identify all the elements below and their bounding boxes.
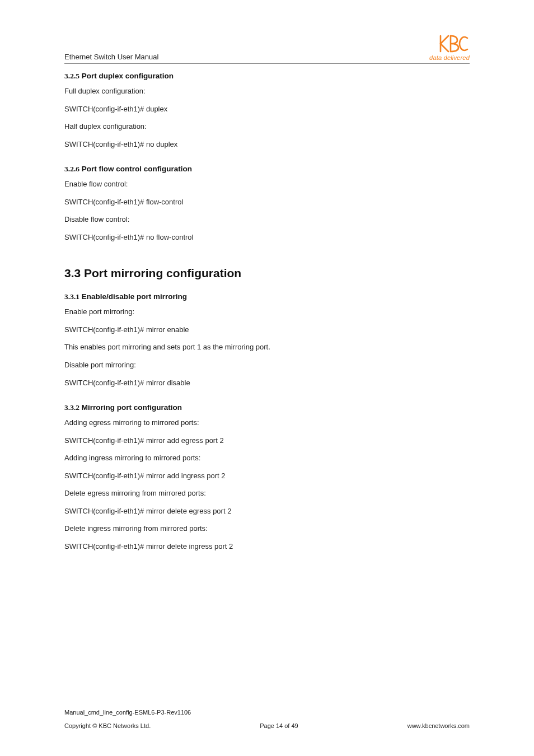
header-title: Ethernet Switch User Manual [64, 53, 158, 61]
body-text: SWITCH(config-if-eth1)# mirror delete in… [64, 542, 470, 552]
logo-block: data delivered [429, 34, 470, 61]
body-text: Adding egress mirroring to mirrored port… [64, 418, 470, 428]
body-text: Enable flow control: [64, 179, 470, 189]
body-text: Disable flow control: [64, 214, 470, 225]
body-text: SWITCH(config-if-eth1)# flow-control [64, 197, 470, 207]
heading-text: Mirroring port configuration [82, 403, 182, 412]
body-text: SWITCH(config-if-eth1)# no flow-control [64, 232, 470, 242]
footer-page-number: Page 14 of 49 [260, 722, 298, 729]
page-header: Ethernet Switch User Manual data deliver… [64, 34, 470, 64]
body-text: This enables port mirroring and sets por… [64, 342, 470, 352]
body-text: Disable port mirroring: [64, 360, 470, 370]
body-text: SWITCH(config-if-eth1)# no duplex [64, 139, 470, 150]
kbc-logo-icon [438, 34, 470, 54]
logo-tagline: data delivered [429, 55, 470, 61]
heading-3-3-2: 3.3.2 Mirroring port configuration [64, 403, 470, 412]
body-text: SWITCH(config-if-eth1)# mirror add egres… [64, 436, 470, 446]
footer-copyright: Copyright © KBC Networks Ltd. [64, 722, 151, 729]
heading-number: 3.2.5 [64, 72, 79, 80]
heading-3-2-5: 3.2.5 Port duplex configuration [64, 72, 470, 81]
body-text: SWITCH(config-if-eth1)# mirror enable [64, 325, 470, 335]
heading-number: 3.3.2 [64, 403, 79, 412]
body-text: Half duplex configuration: [64, 122, 470, 132]
heading-3-3-1: 3.3.1 Enable/disable port mirroring [64, 292, 470, 301]
body-text: Adding ingress mirroring to mirrored por… [64, 453, 470, 463]
heading-3-3: 3.3 Port mirroring configuration [64, 267, 470, 280]
heading-3-2-6: 3.2.6 Port flow control configuration [64, 165, 470, 174]
page-footer: Manual_cmd_line_config-ESML6-P3-Rev1106 … [64, 709, 470, 729]
body-text: Delete egress mirroring from mirrored po… [64, 488, 470, 498]
footer-row: Copyright © KBC Networks Ltd. Page 14 of… [64, 722, 470, 729]
body-text: Delete ingress mirroring from mirrored p… [64, 524, 470, 534]
body-text: SWITCH(config-if-eth1)# duplex [64, 104, 470, 114]
footer-filename: Manual_cmd_line_config-ESML6-P3-Rev1106 [64, 709, 470, 716]
heading-text: Port flow control configuration [82, 165, 192, 173]
body-text: SWITCH(config-if-eth1)# mirror add ingre… [64, 471, 470, 481]
heading-text: Port duplex configuration [82, 72, 174, 80]
heading-number: 3.2.6 [64, 165, 79, 173]
body-text: Enable port mirroring: [64, 307, 470, 317]
body-text: Full duplex configuration: [64, 86, 470, 96]
body-text: SWITCH(config-if-eth1)# mirror disable [64, 378, 470, 388]
footer-url: www.kbcnetworks.com [407, 722, 470, 729]
body-text: SWITCH(config-if-eth1)# mirror delete eg… [64, 506, 470, 516]
heading-number: 3.3.1 [64, 292, 79, 301]
heading-text: Enable/disable port mirroring [82, 292, 187, 301]
